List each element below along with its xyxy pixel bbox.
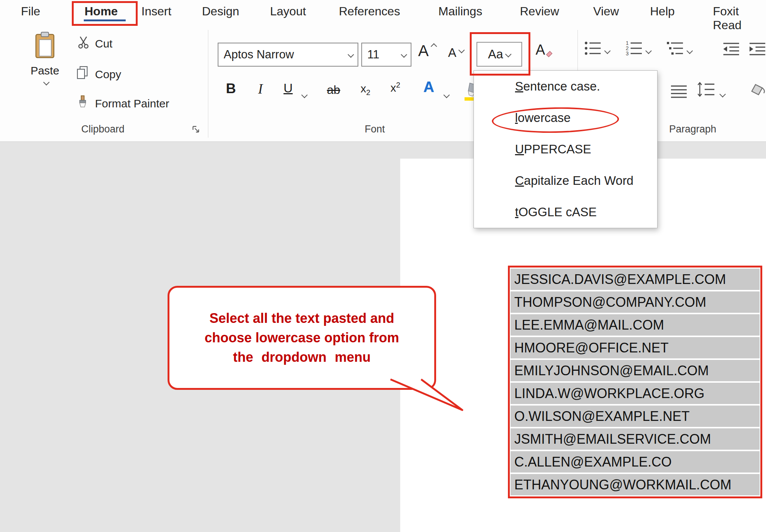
- svg-text:3: 3: [626, 51, 629, 56]
- clipboard-group-label: Clipboard: [22, 123, 183, 135]
- grow-font-button[interactable]: A: [418, 42, 436, 60]
- bold-button[interactable]: B: [226, 81, 236, 97]
- tab-references[interactable]: References: [339, 4, 400, 18]
- chevron-down-icon: [505, 51, 512, 58]
- superscript-button[interactable]: x2: [390, 81, 400, 94]
- format-painter-icon: [76, 95, 89, 109]
- annotation-callout: Select all the text pasted and choose lo…: [168, 286, 436, 390]
- email-line[interactable]: ETHANYOUNG@WORKMAIL.COM: [511, 474, 760, 495]
- callout-text-line: Select all the text pasted and: [169, 309, 434, 328]
- email-line[interactable]: LEE.EMMA@MAIL.COM: [511, 314, 760, 336]
- menu-item-lowercase[interactable]: lowercase: [474, 102, 657, 134]
- text-effects-button[interactable]: A: [423, 79, 434, 95]
- email-line[interactable]: LINDA.W@WORKPLACE.ORG: [511, 383, 760, 404]
- italic-button[interactable]: I: [258, 81, 263, 97]
- email-line[interactable]: C.ALLEN@EXAMPLE.CO: [511, 451, 760, 473]
- multilevel-list-icon[interactable]: [667, 40, 684, 58]
- email-line[interactable]: EMILYJOHNSON@EMAIL.COM: [511, 360, 760, 381]
- grow-font-label: A: [418, 42, 429, 59]
- email-line[interactable]: HMOORE@OFFICE.NET: [511, 337, 760, 358]
- shrink-font-label: A: [448, 46, 456, 59]
- cut-button[interactable]: Cut: [95, 37, 113, 50]
- decrease-indent-icon[interactable]: [723, 41, 741, 60]
- numbered-list-icon[interactable]: 1 2 3: [625, 40, 643, 58]
- tab-mailings[interactable]: Mailings: [438, 4, 482, 18]
- font-size-combobox[interactable]: 11: [361, 43, 411, 67]
- caret-down-icon: [459, 47, 465, 53]
- tab-view[interactable]: View: [593, 4, 619, 18]
- tab-design[interactable]: Design: [202, 4, 239, 18]
- tab-insert[interactable]: Insert: [141, 4, 171, 18]
- strikethrough-button[interactable]: ab: [327, 83, 340, 97]
- copy-icon: [76, 66, 88, 82]
- increase-indent-icon[interactable]: [749, 41, 766, 60]
- chevron-down-icon[interactable]: [344, 43, 358, 66]
- active-tab-indicator: [84, 19, 126, 21]
- scissors-icon: [77, 36, 90, 50]
- change-case-button[interactable]: Aa: [477, 42, 522, 67]
- change-case-dropdown: Sentence case. lowercase UPPERCASE Capit…: [474, 70, 658, 228]
- underline-button[interactable]: U: [284, 81, 293, 95]
- email-line[interactable]: O.WILSON@EXAMPLE.NET: [511, 406, 760, 427]
- font-size-value: 11: [362, 48, 397, 61]
- copy-button[interactable]: Copy: [95, 68, 121, 81]
- justify-icon[interactable]: [670, 83, 687, 102]
- tab-file[interactable]: File: [21, 4, 40, 18]
- tab-layout[interactable]: Layout: [270, 4, 306, 18]
- clear-formatting-label: A: [536, 42, 545, 58]
- dialog-launcher-icon[interactable]: [192, 125, 200, 135]
- email-line[interactable]: THOMPSON@COMPANY.COM: [511, 291, 760, 313]
- tab-review[interactable]: Review: [520, 4, 559, 18]
- line-spacing-icon[interactable]: [696, 81, 715, 101]
- annotation-box-email-list: JESSICA.DAVIS@EXAMPLE.COM THOMPSON@COMPA…: [508, 266, 762, 498]
- shading-bucket-icon[interactable]: [750, 82, 766, 102]
- callout-text-line: the dropdown menu: [169, 348, 434, 367]
- eraser-icon: [545, 49, 553, 56]
- shrink-font-button[interactable]: A: [448, 46, 464, 60]
- caret-up-icon: [431, 43, 437, 50]
- subscript-button[interactable]: x2: [361, 82, 370, 97]
- font-name-combobox[interactable]: Aptos Narrow: [218, 43, 358, 67]
- chevron-down-icon[interactable]: [397, 43, 411, 66]
- paste-label: Paste: [31, 64, 59, 77]
- change-case-label: Aa: [488, 47, 503, 61]
- tab-home[interactable]: Home: [85, 4, 118, 18]
- menu-item-uppercase[interactable]: UPPERCASE: [474, 134, 657, 165]
- bullet-list-icon[interactable]: [584, 40, 601, 58]
- clear-formatting-button[interactable]: A: [536, 42, 553, 58]
- menu-item-toggle-case[interactable]: tOGGLE cASE: [474, 196, 657, 228]
- email-line[interactable]: JESSICA.DAVIS@EXAMPLE.COM: [511, 269, 760, 290]
- tab-help[interactable]: Help: [650, 4, 675, 18]
- format-painter-button[interactable]: Format Painter: [95, 97, 169, 110]
- word-window: File Home Insert Design Layout Reference…: [0, 0, 766, 532]
- menu-item-capitalize-each-word[interactable]: Capitalize Each Word: [474, 165, 657, 196]
- menu-item-sentence-case[interactable]: Sentence case.: [474, 71, 657, 102]
- group-divider: [208, 30, 208, 138]
- font-name-value: Aptos Narrow: [218, 48, 344, 61]
- clipboard-paste-icon: [34, 31, 56, 61]
- callout-text-line: choose lowercase option from: [169, 328, 434, 348]
- email-line[interactable]: JSMITH@EMAILSERVICE.COM: [511, 428, 760, 450]
- paste-button[interactable]: Paste: [24, 31, 66, 113]
- tab-foxit[interactable]: Foxit Read: [713, 4, 766, 32]
- chevron-down-icon: [43, 79, 50, 86]
